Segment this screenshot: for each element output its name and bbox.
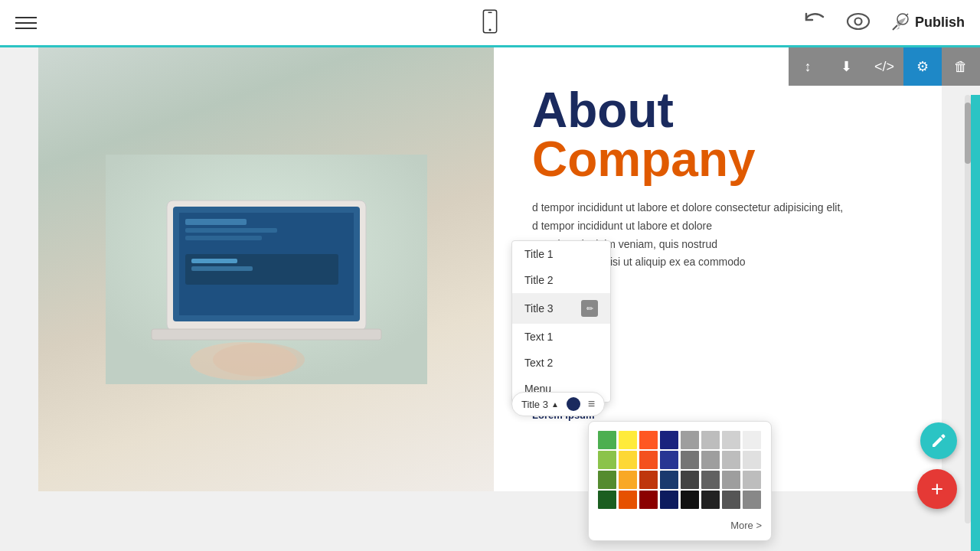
color-swatch[interactable]	[743, 431, 761, 449]
align-icon[interactable]: ≡	[588, 397, 595, 411]
svg-rect-10	[185, 219, 247, 225]
color-swatch[interactable]	[660, 451, 678, 469]
color-swatch[interactable]	[598, 431, 616, 449]
delete-button[interactable]: 🗑	[942, 47, 980, 86]
fab-edit-button[interactable]	[920, 422, 957, 459]
svg-rect-15	[191, 266, 253, 271]
color-swatch[interactable]	[598, 491, 616, 509]
style-bar[interactable]: Title 3 ▲ ≡	[511, 392, 605, 416]
about-heading: About	[532, 86, 911, 135]
move-updown-button[interactable]: ↕	[789, 47, 827, 86]
dropdown-item-text2[interactable]: Text 2	[512, 350, 610, 376]
dropdown-text2-label: Text 2	[524, 357, 553, 369]
color-swatch[interactable]	[639, 431, 658, 449]
dropdown-menu: Title 1 Title 2 Title 3 ✏ Text 1 Text 2 …	[511, 240, 611, 403]
color-swatch[interactable]	[598, 451, 616, 469]
svg-rect-12	[185, 236, 262, 240]
color-swatch[interactable]	[722, 471, 740, 489]
color-dot[interactable]	[567, 397, 580, 411]
company-heading: Company	[532, 135, 911, 184]
color-swatch[interactable]	[619, 491, 637, 509]
color-picker: More >	[588, 421, 772, 541]
scroll-thumb[interactable]	[965, 103, 971, 164]
color-swatch[interactable]	[660, 491, 678, 509]
plus-icon: +	[931, 478, 943, 500]
color-swatch[interactable]	[743, 471, 761, 489]
color-swatch[interactable]	[639, 451, 658, 469]
color-swatch[interactable]	[639, 471, 658, 489]
edit-pencil-icon[interactable]: ✏	[581, 300, 598, 317]
dropdown-title2-label: Title 2	[524, 274, 554, 286]
color-swatch[interactable]	[660, 431, 678, 449]
color-swatch[interactable]	[598, 471, 616, 489]
color-grid	[598, 431, 762, 509]
svg-point-1	[488, 28, 491, 31]
color-swatch[interactable]	[660, 471, 678, 489]
color-swatch[interactable]	[722, 491, 740, 509]
style-bar-text: Title 3	[521, 399, 548, 410]
code-button[interactable]: </>	[865, 47, 903, 86]
blue-border	[971, 95, 980, 551]
dropdown-item-title3[interactable]: Title 3 ✏	[512, 293, 610, 324]
color-swatch[interactable]	[681, 491, 699, 509]
download-button[interactable]: ⬇	[827, 47, 865, 86]
color-swatch[interactable]	[722, 451, 740, 469]
more-colors-button[interactable]: More >	[598, 517, 762, 531]
canvas: About Company d tempor incididunt ut lab…	[0, 47, 980, 551]
dropdown-title3-label: Title 3	[524, 302, 554, 315]
top-bar: Publish	[0, 0, 980, 47]
color-swatch[interactable]	[701, 491, 720, 509]
dropdown-item-text1[interactable]: Text 1	[512, 324, 610, 350]
color-swatch[interactable]	[743, 491, 761, 509]
color-swatch[interactable]	[701, 471, 720, 489]
left-image	[38, 47, 494, 491]
publish-button[interactable]: Publish	[889, 13, 965, 33]
color-swatch[interactable]	[681, 471, 699, 489]
undo-icon[interactable]	[803, 11, 828, 35]
scrollbar[interactable]	[965, 95, 971, 523]
dropdown-item-title2[interactable]: Title 2	[512, 267, 610, 293]
more-label: More >	[730, 520, 762, 531]
svg-rect-16	[152, 329, 381, 340]
color-swatch[interactable]	[639, 491, 658, 509]
color-swatch[interactable]	[619, 451, 637, 469]
svg-rect-14	[191, 259, 237, 263]
color-swatch[interactable]	[722, 431, 740, 449]
dropdown-item-title1[interactable]: Title 1	[512, 241, 610, 267]
settings-button[interactable]: ⚙	[903, 47, 942, 86]
element-toolbar: ↕ ⬇ </> ⚙ 🗑	[789, 47, 980, 86]
dropdown-title1-label: Title 1	[524, 248, 554, 260]
svg-point-3	[848, 14, 869, 29]
svg-point-4	[854, 18, 861, 24]
fab-add-button[interactable]: +	[917, 469, 957, 509]
color-swatch[interactable]	[681, 431, 699, 449]
phone-icon[interactable]	[478, 9, 502, 37]
color-swatch[interactable]	[619, 431, 637, 449]
svg-point-18	[213, 343, 305, 377]
color-swatch[interactable]	[701, 451, 720, 469]
style-bar-label[interactable]: Title 3 ▲	[521, 399, 559, 410]
hamburger-menu[interactable]	[15, 17, 37, 29]
color-swatch[interactable]	[619, 471, 637, 489]
preview-icon[interactable]	[846, 11, 871, 35]
color-swatch[interactable]	[701, 431, 720, 449]
svg-rect-11	[185, 228, 277, 233]
laptop-photo	[38, 47, 494, 491]
chevron-up-icon: ▲	[551, 400, 559, 409]
color-swatch[interactable]	[681, 451, 699, 469]
dropdown-text1-label: Text 1	[524, 331, 553, 343]
color-swatch[interactable]	[743, 451, 761, 469]
content-section: About Company d tempor incididunt ut lab…	[38, 47, 942, 491]
publish-label: Publish	[915, 15, 965, 31]
